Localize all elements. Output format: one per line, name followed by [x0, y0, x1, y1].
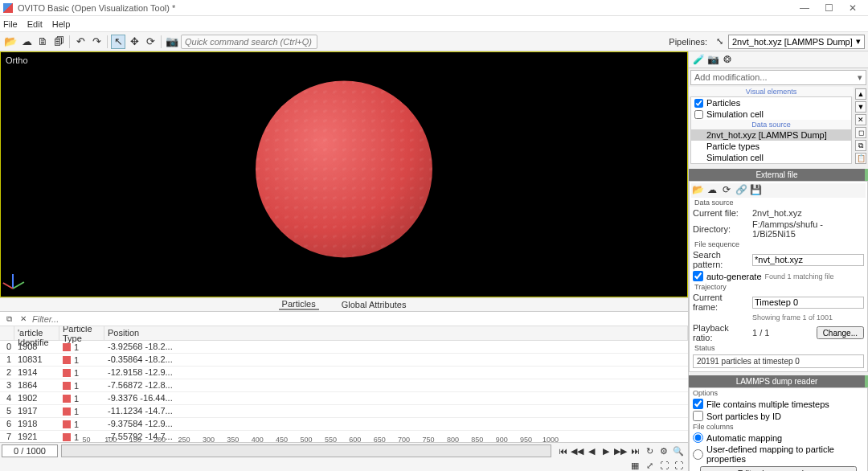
col-particle-type[interactable]: Particle Type [59, 326, 104, 340]
open-file-icon[interactable]: 📂 [691, 183, 704, 196]
axis-y-icon [13, 281, 25, 289]
cell-position: -11.1234 -14.7... [104, 405, 688, 417]
move-tool-icon[interactable]: ✥ [127, 35, 141, 49]
quick-command-input[interactable] [181, 35, 317, 49]
download-remote-icon[interactable]: ☁ [19, 35, 34, 49]
col-particle-id[interactable]: 'article Identifie [14, 326, 59, 340]
menu-help[interactable]: Help [52, 19, 71, 29]
viewport-layout-icon[interactable]: ▦ [628, 459, 641, 471]
modlist-cell[interactable]: Simulation cell [691, 109, 851, 120]
step-fwd-icon[interactable]: ▶▶ [614, 444, 627, 457]
add-modification-dropdown[interactable]: Add modification... ▾ [690, 70, 866, 85]
settings-icon[interactable]: ⚙ [657, 444, 670, 457]
overlay-tab-icon[interactable]: ❂ [721, 53, 734, 66]
delete-mod-icon[interactable]: ✕ [855, 114, 866, 125]
edit-column-mapping-button[interactable]: Edit column mapping... [700, 466, 857, 471]
table-row[interactable]: 3 1864 1 -7.56872 -12.8... [0, 379, 688, 392]
copy-icon[interactable]: ⧉ [3, 313, 14, 325]
viewport[interactable]: Ortho [0, 51, 688, 297]
modlist-source-file[interactable]: 2nvt_hot.xyz [LAMMPS Dump] [691, 129, 851, 141]
toggle-icon[interactable]: ◻ [855, 127, 866, 138]
search-pattern-input[interactable]: *nvt_hot.xyz [752, 254, 864, 266]
checkbox[interactable] [694, 110, 703, 119]
tab-global-attrs[interactable]: Global Attributes [338, 300, 410, 309]
timeline-track[interactable]: 5010015020025030035040045050055060065070… [61, 444, 551, 457]
clone-icon[interactable]: ⧉ [855, 140, 866, 151]
play-fwd-icon[interactable]: ▶ [600, 444, 612, 457]
cell-position: -7.56872 -12.8... [104, 379, 688, 391]
refresh-icon[interactable]: ⟳ [143, 35, 158, 49]
filter-input[interactable] [32, 314, 193, 324]
fullscreen-icon[interactable]: ⛶ [672, 459, 685, 471]
table-row[interactable]: 2 1914 1 -12.9158 -12.9... [0, 367, 688, 379]
pipeline-tab-icon[interactable]: 🧪 [692, 53, 705, 66]
menu-edit[interactable]: Edit [27, 19, 43, 29]
checkbox[interactable] [694, 99, 703, 108]
current-frame-select[interactable]: Timestep 0 [752, 297, 864, 309]
save-file-icon[interactable]: 💾 [749, 183, 762, 196]
resize-icon[interactable]: ⤢ [643, 459, 656, 471]
redo-icon[interactable]: ↷ [89, 35, 104, 49]
render-tab-icon[interactable]: 📷 [706, 53, 719, 66]
copy-icon[interactable]: 📋 [855, 153, 866, 164]
pipeline-select[interactable]: 2nvt_hot.xyz [LAMMPS Dump] ▾ [728, 35, 865, 49]
move-down-icon[interactable]: ▼ [855, 101, 866, 113]
status-text: 20191 particles at timestep 0 [693, 354, 864, 368]
reload-file-icon[interactable]: ⟳ [720, 183, 733, 196]
pipeline-prev-icon[interactable]: ⤡ [712, 35, 727, 49]
menu-file[interactable]: File [3, 19, 18, 29]
section-data-source: Data source [691, 120, 851, 129]
cell-position: -7.55792 -14.7... [104, 431, 688, 442]
undo-icon[interactable]: ↶ [73, 35, 88, 49]
clear-filter-icon[interactable]: ✕ [18, 313, 29, 325]
table-row[interactable]: 6 1918 1 -9.37584 -12.9... [0, 418, 688, 431]
render-icon[interactable]: 📷 [165, 35, 179, 49]
open-file-icon[interactable]: 📂 [3, 35, 18, 49]
modlist-particles[interactable]: Particles [691, 97, 851, 109]
bottom-tabstrip: Particles Global Attributes [0, 297, 688, 312]
col-index[interactable] [0, 326, 14, 340]
viewport-label: Ortho [6, 55, 28, 65]
app-logo-icon [3, 3, 13, 13]
zoom-time-icon[interactable]: 🔍 [672, 444, 685, 457]
table-row[interactable]: 5 1917 1 -11.1234 -14.7... [0, 405, 688, 418]
modlist-particle-types[interactable]: Particle types [691, 141, 851, 152]
goto-first-icon[interactable]: ⏮ [556, 444, 569, 457]
remote-file-icon[interactable]: ☁ [706, 183, 719, 196]
move-up-icon[interactable]: ▲ [855, 88, 866, 100]
save-as-icon[interactable]: 🗐 [51, 35, 66, 49]
table-row[interactable]: 0 1908 1 -3.92568 -18.2... [0, 341, 688, 354]
loop-icon[interactable]: ↻ [643, 444, 656, 457]
goto-last-icon[interactable]: ⏭ [628, 444, 641, 457]
change-button[interactable]: Change... [817, 326, 864, 339]
step-back-icon[interactable]: ◀◀ [571, 444, 583, 457]
minimize-button[interactable]: — [792, 1, 817, 15]
table-row[interactable]: 4 1902 1 -9.3376 -16.44... [0, 392, 688, 405]
pointer-tool-icon[interactable]: ↖ [111, 35, 125, 49]
tab-particles[interactable]: Particles [279, 299, 319, 310]
cell-index: 3 [0, 379, 14, 391]
link-files-icon[interactable]: 🔗 [735, 183, 747, 196]
file-sequence-sublabel: File sequence [691, 240, 866, 249]
search-pattern-label: Search pattern: [693, 250, 749, 269]
save-icon[interactable]: 🗎 [35, 35, 50, 49]
sortbyid-checkbox[interactable] [693, 411, 703, 421]
maximize-button[interactable]: ☐ [817, 1, 841, 15]
col-position[interactable]: Position [104, 326, 688, 340]
found-files-text: Found 1 matching file [765, 272, 865, 281]
play-back-icon[interactable]: ◀ [585, 444, 598, 457]
auto-generate-checkbox[interactable] [693, 271, 703, 281]
frame-counter[interactable]: 0 / 1000 [2, 444, 58, 457]
close-button[interactable]: ✕ [841, 1, 865, 15]
usermap-radio[interactable] [693, 449, 703, 460]
modlist-cell2[interactable]: Simulation cell [691, 152, 851, 163]
toolbar: 📂 ☁ 🗎 🗐 ↶ ↷ ↖ ✥ ⟳ 📷 Pipelines: ⤡ 2nvt_ho… [0, 32, 868, 51]
table-row[interactable]: 7 1921 1 -7.55792 -14.7... [0, 431, 688, 442]
type-color-icon [63, 395, 71, 403]
timeline-tick: 750 [422, 436, 434, 444]
table-row[interactable]: 1 10831 1 -0.35864 -18.2... [0, 354, 688, 367]
automap-radio[interactable] [693, 432, 703, 443]
showing-frame-text: Showing frame 1 of 1001 [752, 313, 864, 322]
multitimesteps-checkbox[interactable] [693, 399, 703, 409]
fit-icon[interactable]: ⛶ [657, 459, 670, 471]
